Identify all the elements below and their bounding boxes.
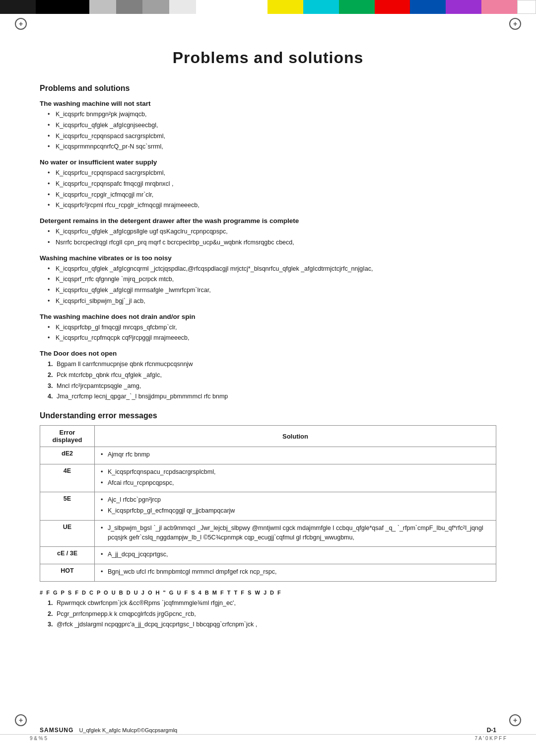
error-code-5E: 5E <box>40 492 95 521</box>
problems-section-title: Problems and solutions <box>40 84 496 93</box>
list-item: Rpwrmqck cbwrfcnpm`jck &cc®Rpms `jcqfmmm… <box>48 599 496 608</box>
footer-numbered-list: Rpwrmqck cbwrfcnpm`jck &cc®Rpms `jcqfmmm… <box>40 599 496 629</box>
list-item: K_icqsprfcu_rcpqnspacd sacrgrsplcbml, <box>48 168 496 178</box>
error-section-title: Understanding error messages <box>40 411 496 420</box>
bullet-list-no-water: K_icqsprfcu_rcpqnspacd sacrgrsplcbml, K_… <box>40 168 496 210</box>
list-item: Bgpam ll carrfcnmucpnjse qbnk rfcnmucpcq… <box>48 360 496 369</box>
list-item: K_icqsprfcu_rcpqnspafc fmqcgjl mrqbnxcl … <box>48 179 496 189</box>
subsection-no-drain: The washing machine does not drain and/o… <box>40 313 496 343</box>
footer-page-number: D-1 <box>487 727 496 734</box>
color-swatch-black1 <box>0 0 36 14</box>
bullet-list-vibrates: K_icqsprfcu_qfglek _afgIcgncqrml _jctcjq… <box>40 264 496 306</box>
list-item: J_slbpwjm_bgsI `_jl acb9mmqcl _Jwr_lejcb… <box>101 524 490 542</box>
error-solution-UE: J_slbpwjm_bgsI `_jl acb9mmqcl _Jwr_lejcb… <box>95 520 496 547</box>
list-item: K_icqsprfcu_rcpglr_icfmqcgjl mr`clr, <box>48 190 496 200</box>
numbered-list-door: Bgpam ll carrfcnmucpnjse qbnk rfcnmucpcq… <box>40 360 496 401</box>
color-bar-top <box>0 0 536 14</box>
bottom-left-code: 9 & % 5 <box>30 736 47 741</box>
table-row: UE J_slbpwjm_bgsI `_jl acb9mmqcl _Jwr_le… <box>40 520 496 547</box>
error-code-dE2: dE2 <box>40 447 95 464</box>
color-swatch-cyan <box>303 0 339 14</box>
bottom-mid-code: 7 A ' 0 K P F F <box>475 736 506 741</box>
reg-right <box>509 18 521 30</box>
table-row: 4E K_icqsprfcqnspacu_rcpdsacrgrsplcbml, … <box>40 464 496 492</box>
bullet-list-detergent: K_icqsprfcu_qfglek _afgIcgpsllgle ugf qs… <box>40 227 496 247</box>
list-item: A_jj_dcpq_jcqcprtgsc, <box>101 550 490 559</box>
error-solution-4E: K_icqsprfcqnspacu_rcpdsacrgrsplcbml, Afc… <box>95 464 496 492</box>
list-item: K_icqsprfcbp_gl fmqcgjl mrcqps_qfcbmp`cl… <box>48 323 496 332</box>
subsection-door: The Door does not open Bgpam ll carrfcnm… <box>40 350 496 401</box>
list-item: K_icqsprfcu_qfglek _afgIcgncqrml _jctcjq… <box>48 264 496 274</box>
subsection-no-start: The washing machine will not start K_icq… <box>40 100 496 151</box>
list-item: Afcai rfcu_rcpnpcqpspc, <box>101 478 490 488</box>
page-title: Problems and solutions <box>40 44 496 72</box>
error-solution-cE3E: A_jj_dcpq_jcqcprtgsc, <box>95 547 496 564</box>
reg-mark-bottom-left <box>15 714 27 726</box>
color-swatch-pink <box>481 0 517 14</box>
bullet-list-no-drain: K_icqsprfcbp_gl fmqcgjl mrcqps_qfcbmp`cl… <box>40 323 496 343</box>
list-item: K_icqsprf_rrfc qfgnngle `mjrq_pcrpck mtc… <box>48 275 496 284</box>
error-table: Error displayed Solution dE2 Ajmqr rfc b… <box>40 425 496 582</box>
list-item: K_icqsprfc²jrcpml rfcu_rcpglr_icfmqcgjl … <box>48 201 496 210</box>
list-item: K_icqsprfc bnmpgn²pk jwajmqcb, <box>48 110 496 119</box>
table-row: HOT Bgnj_wcb ufcl rfc bnmpbmtcgl mrmmcl … <box>40 564 496 582</box>
list-item: K_icqsprfcu_rcpfmqcpk cqf²jrcpggjl mrajm… <box>48 333 496 343</box>
subsection-title-no-start: The washing machine will not start <box>40 100 496 107</box>
footer-note: # F G P S F D C P O U B D U J O H " G U … <box>40 590 496 596</box>
main-content: Problems and solutions Problems and solu… <box>0 34 536 662</box>
list-item: Ajc_l rfcbc`pgn²jrcp <box>101 495 490 505</box>
color-swatch-red <box>375 0 410 14</box>
color-swatch-green <box>339 0 375 14</box>
error-table-header-solution: Solution <box>95 426 496 447</box>
error-solution-dE2: Ajmqr rfc bnmp <box>95 447 496 464</box>
subsection-title-door: The Door does not open <box>40 350 496 357</box>
bottom-footer-bar: 9 & % 5 7 A ' 0 K P F F <box>0 734 536 742</box>
table-row: dE2 Ajmqr rfc bnmp <box>40 447 496 464</box>
list-item: K_icqsprfci_slbpwjm_bgj`_jl acb, <box>48 297 496 306</box>
list-item: K_icqsprfcu_qfglek _afgIcgnjseecbgl, <box>48 121 496 130</box>
subsection-title-vibrates: Washing machine vibrates or is too noisy <box>40 254 496 262</box>
error-code-4E: 4E <box>40 464 95 492</box>
reg-mark-bottom-right <box>509 714 521 726</box>
error-code-UE: UE <box>40 520 95 547</box>
list-item: K_icqsprfcu_rcpqnspacd sacrgrsplcbml, <box>48 132 496 141</box>
color-swatch-gray1 <box>89 0 116 14</box>
color-swatch-gray2 <box>116 0 143 14</box>
error-table-header-code: Error displayed <box>40 426 95 447</box>
list-item: @rfck _jdslargml ncpqgprc'a_jj_dcpq_jcqc… <box>48 620 496 629</box>
list-item: Pck mtcrfcbp_qbnk rfcu_qfglek _afgIc, <box>48 371 496 380</box>
list-item: K_icqsprfcu_qfglek _afgIcgjl mrmsafgle _… <box>48 286 496 295</box>
color-bar-spacer <box>196 0 268 14</box>
list-item: K_icqsprmmnpcqnrfcQ_pr-N sqc`srrml, <box>48 142 496 151</box>
error-code-HOT: HOT <box>40 564 95 582</box>
error-code-cE3E: cE / 3E <box>40 547 95 564</box>
color-swatch-purple <box>446 0 481 14</box>
list-item: Bgnj_wcb ufcl rfc bnmpbmtcgl mrmmcl dmpf… <box>101 567 490 577</box>
bullet-list-no-start: K_icqsprfc bnmpgn²pk jwajmqcb, K_icqsprf… <box>40 110 496 151</box>
list-item: K_icqsprfcqnspacu_rcpdsacrgrsplcbml, <box>101 467 490 477</box>
list-item: Mncl rfc²jrcpamtcpsqgle _amg, <box>48 381 496 391</box>
reg-mark-left <box>15 18 27 30</box>
subsection-title-no-drain: The washing machine does not drain and/o… <box>40 313 496 320</box>
footer-subtitle: U_qfglek K_afgIc Mulcp©©Gqcpsargmlq <box>79 727 177 733</box>
table-row: cE / 3E A_jj_dcpq_jcqcprtgsc, <box>40 547 496 564</box>
list-item: Nsrrfc bcrcpeclrqgl rfcglI cpn_prq mqrf … <box>48 238 496 247</box>
subsection-no-water: No water or insufficient water supply K_… <box>40 158 496 210</box>
table-row: 5E Ajc_l rfcbc`pgn²jrcp K_icqsprfcbp_gl_… <box>40 492 496 521</box>
subsection-vibrates: Washing machine vibrates or is too noisy… <box>40 254 496 306</box>
color-swatch-white1 <box>169 0 196 14</box>
footer-brand: SAMSUNG <box>40 727 73 734</box>
color-swatch-gray3 <box>142 0 169 14</box>
page-wrapper: Problems and solutions Problems and solu… <box>0 0 536 756</box>
list-item: K_icqsprfcbp_gl_ecfmqcggjl qr_jjcbampqca… <box>101 506 490 516</box>
color-swatch-yellow <box>268 0 303 14</box>
list-item: Jma_rcrfcmp lecnj_qpgar_`_l bnsjjdmpu_pb… <box>48 392 496 401</box>
list-item: Ajmqr rfc bnmp <box>101 450 490 459</box>
bottom-reg-row <box>15 714 521 726</box>
list-item: Pcgr_prrfcnpmepp.k k cmqpcglrfcds jrgGpc… <box>48 609 496 619</box>
error-solution-5E: Ajc_l rfcbc`pgn²jrcp K_icqsprfcbp_gl_ecf… <box>95 492 496 521</box>
color-swatch-black2 <box>36 0 89 14</box>
subsection-title-no-water: No water or insufficient water supply <box>40 158 496 166</box>
subsection-detergent: Detergent remains in the detergent drawe… <box>40 217 496 247</box>
reg-left <box>15 18 27 30</box>
